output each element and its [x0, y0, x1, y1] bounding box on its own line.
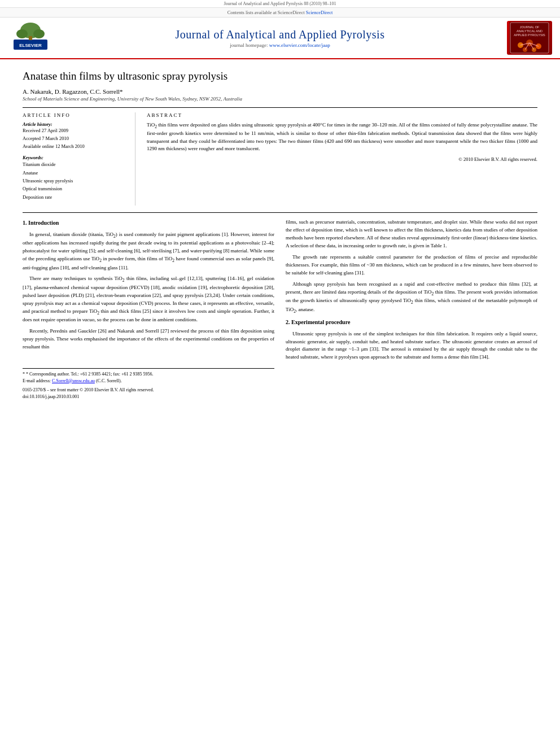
- body-content: 1. Introduction In general, titanium dio…: [23, 212, 537, 400]
- elsevier-logo-area: ELSEVIER: [8, 23, 53, 54]
- received-date: Received 27 April 2009 Accepted 7 March …: [23, 127, 128, 150]
- email-name: (C.C. Sorrell).: [96, 378, 122, 383]
- journal-title-area: Journal of Analytical and Applied Pyroly…: [53, 28, 507, 48]
- footer-doi: doi:10.1016/j.jaap.2010.03.001: [23, 394, 274, 400]
- footnote-area: * * Corresponding author. Tel.: +61 2 93…: [23, 368, 274, 401]
- keyword-1: Titanium dioxide: [23, 160, 128, 168]
- article-history: Article history: Received 27 April 2009 …: [23, 121, 128, 150]
- section1-heading: 1. Introduction: [23, 219, 274, 228]
- section1-para2: There are many techniques to synthesis T…: [23, 275, 274, 324]
- article-history-label: Article history:: [23, 121, 128, 127]
- section1-number: 1.: [23, 220, 27, 226]
- abstract-column: ABSTRACT TiO2 thin films were deposited …: [147, 112, 537, 206]
- abstract-content: TiO2 thin films were deposited on glass …: [147, 122, 537, 151]
- svg-rect-3: [29, 36, 32, 40]
- homepage-link[interactable]: www.elsevier.com/locate/jaap: [269, 42, 330, 48]
- keyword-3: Ultrasonic spray pyrolysis: [23, 177, 128, 185]
- journal-meta-text: Journal of Analytical and Applied Pyroly…: [224, 1, 336, 6]
- available-text: Available online 12 March 2010: [23, 143, 128, 151]
- body-right-col: films, such as precursor materials, conc…: [286, 219, 537, 400]
- svg-text:ELSEVIER: ELSEVIER: [19, 43, 42, 48]
- keywords-block: Keywords: Titanium dioxide Anatase Ultra…: [23, 155, 128, 201]
- jaap-logo-image: JOURNAL OF ANALYTICAL AND APPLIED PYROLY…: [509, 21, 550, 54]
- article-info-label: ARTICLE INFO: [23, 112, 128, 118]
- keyword-2: Anatase: [23, 169, 128, 177]
- journal-title: Journal of Analytical and Applied Pyroly…: [53, 28, 507, 41]
- article-info-abstract: ARTICLE INFO Article history: Received 2…: [23, 107, 537, 206]
- accepted-text: Accepted 7 March 2010: [23, 135, 128, 143]
- journal-homepage: journal homepage: www.elsevier.com/locat…: [53, 42, 507, 48]
- abstract-label: ABSTRACT: [147, 112, 537, 118]
- page: Journal of Analytical and Applied Pyroly…: [0, 0, 560, 747]
- section1-para5: The growth rate represents a suitable co…: [286, 254, 537, 277]
- footnote-text: * Corresponding author. Tel.: +61 2 9385…: [26, 372, 153, 377]
- section2-title: Experimental procedure: [291, 319, 350, 325]
- keyword-4: Optical transmission: [23, 185, 128, 193]
- received-text: Received 27 April 2009: [23, 127, 128, 135]
- article-meta-top: Journal of Analytical and Applied Pyroly…: [0, 0, 560, 8]
- homepage-label: journal homepage:: [230, 42, 268, 48]
- footnote-email-line: E-mail address: C.Sorrell@unsw.edu.au (C…: [23, 378, 274, 385]
- article-authors: A. Nakaruk, D. Ragazzon, C.C. Sorrell*: [23, 87, 537, 95]
- copyright-line: © 2010 Elsevier B.V. All rights reserved…: [147, 156, 537, 162]
- footnote-corresponding: * * Corresponding author. Tel.: +61 2 93…: [23, 371, 274, 378]
- article-title: Anatase thin films by ultrasonic spray p…: [23, 69, 537, 84]
- abstract-text: TiO2 thin films were deposited on glass …: [147, 121, 537, 153]
- contents-bar: Contents lists available at ScienceDirec…: [0, 8, 560, 18]
- footer-codes: 0165-2370/$ – see front matter © 2010 El…: [23, 387, 274, 401]
- section1-para1: In general, titanium dioxide (titania, T…: [23, 231, 274, 272]
- svg-text:ANALYTICAL AND: ANALYTICAL AND: [517, 29, 542, 33]
- section1-para4: films, such as precursor materials, conc…: [286, 219, 537, 250]
- authors-text: A. Nakaruk, D. Ragazzon, C.C. Sorrell*: [23, 88, 123, 94]
- svg-point-5: [33, 29, 45, 38]
- section1-para6: Although spray pyrolysis has been recogn…: [286, 281, 537, 314]
- journal-header: ELSEVIER Journal of Analytical and Appli…: [0, 18, 560, 59]
- footnote-divider: * * Corresponding author. Tel.: +61 2 93…: [23, 368, 274, 385]
- section2-number: 2.: [286, 319, 290, 325]
- article-affiliation: School of Materials Science and Engineer…: [23, 96, 537, 102]
- svg-point-4: [16, 29, 28, 38]
- email-link[interactable]: C.Sorrell@unsw.edu.au: [52, 378, 95, 383]
- section1-para3: Recently, Perednis and Gauckler [26] and…: [23, 327, 274, 351]
- contents-label: Contents lists available at ScienceDirec…: [228, 10, 305, 15]
- elsevier-tree-logo: ELSEVIER: [11, 23, 50, 54]
- section1-title: Introduction: [28, 220, 59, 226]
- main-content: Anatase thin films by ultrasonic spray p…: [0, 59, 560, 407]
- footer-issn: 0165-2370/$ – see front matter © 2010 El…: [23, 387, 274, 394]
- journal-logo-right: JOURNAL OF ANALYTICAL AND APPLIED PYROLY…: [507, 21, 552, 55]
- article-title-section: Anatase thin films by ultrasonic spray p…: [23, 69, 537, 102]
- keywords-label: Keywords:: [23, 155, 128, 160]
- keyword-5: Deposition rate: [23, 193, 128, 201]
- body-left-col: 1. Introduction In general, titanium dio…: [23, 219, 274, 400]
- email-label: E-mail address:: [23, 378, 51, 383]
- section2-heading: 2. Experimental procedure: [286, 318, 537, 327]
- svg-text:JOURNAL OF: JOURNAL OF: [520, 25, 540, 29]
- sciencedirect-link[interactable]: ScienceDirect: [306, 10, 333, 15]
- section2-para1: Ultrasonic spray pyrolysis is one of the…: [286, 330, 537, 362]
- svg-text:APPLIED PYROLYSIS: APPLIED PYROLYSIS: [514, 33, 545, 37]
- article-info-column: ARTICLE INFO Article history: Received 2…: [23, 112, 135, 206]
- body-two-col: 1. Introduction In general, titanium dio…: [23, 219, 537, 400]
- keywords-list: Titanium dioxide Anatase Ultrasonic spra…: [23, 160, 128, 201]
